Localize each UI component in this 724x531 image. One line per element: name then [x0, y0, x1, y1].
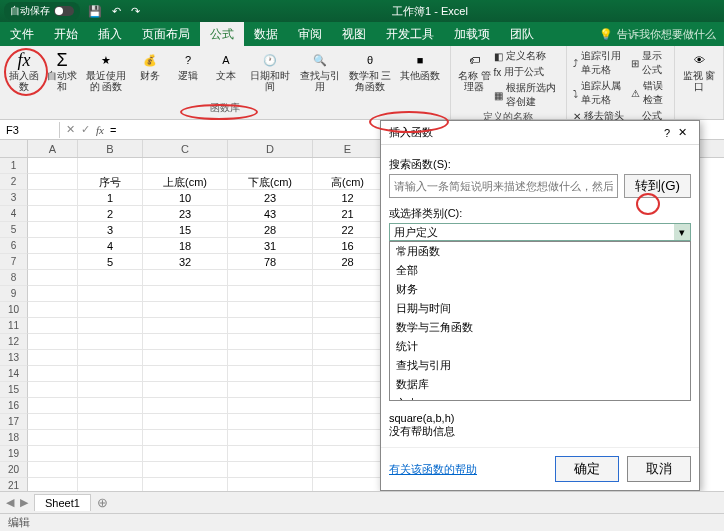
dropdown-option[interactable]: 文本 — [390, 394, 690, 401]
cell[interactable] — [313, 334, 383, 350]
col-header[interactable]: E — [313, 140, 383, 157]
cell[interactable] — [28, 222, 78, 238]
cell[interactable] — [78, 398, 143, 414]
ok-button[interactable]: 确定 — [555, 456, 619, 482]
chevron-down-icon[interactable]: ▾ — [674, 224, 690, 240]
cell[interactable] — [143, 398, 228, 414]
cell[interactable] — [78, 334, 143, 350]
help-link[interactable]: 有关该函数的帮助 — [389, 462, 477, 477]
tab-addins[interactable]: 加载项 — [444, 22, 500, 46]
cell[interactable] — [28, 350, 78, 366]
cell[interactable] — [28, 270, 78, 286]
row-header[interactable]: 11 — [0, 318, 28, 334]
logical-button[interactable]: ?逻辑 — [170, 48, 206, 94]
row-header[interactable]: 4 — [0, 206, 28, 222]
tab-view[interactable]: 视图 — [332, 22, 376, 46]
create-from-selection-button[interactable]: ▦根据所选内容创建 — [494, 80, 560, 110]
cell[interactable]: 28 — [228, 222, 313, 238]
cell[interactable] — [28, 414, 78, 430]
name-manager-button[interactable]: 🏷名称 管理器 — [457, 48, 492, 110]
dropdown-option[interactable]: 全部 — [390, 261, 690, 280]
cell[interactable] — [313, 302, 383, 318]
tab-data[interactable]: 数据 — [244, 22, 288, 46]
cell[interactable]: 12 — [313, 190, 383, 206]
dropdown-option[interactable]: 查找与引用 — [390, 356, 690, 375]
help-icon[interactable]: ? — [660, 127, 674, 139]
row-header[interactable]: 9 — [0, 286, 28, 302]
cell[interactable]: 3 — [78, 222, 143, 238]
name-box[interactable]: F3 — [0, 122, 60, 138]
sheet-nav-prev-icon[interactable]: ◀ — [6, 496, 14, 509]
cell[interactable]: 23 — [228, 190, 313, 206]
cell[interactable] — [143, 382, 228, 398]
cell[interactable] — [28, 238, 78, 254]
row-header[interactable]: 13 — [0, 350, 28, 366]
cell[interactable] — [78, 286, 143, 302]
show-formulas-button[interactable]: ⊞显示公式 — [631, 48, 668, 78]
undo-icon[interactable]: ↶ — [112, 5, 121, 18]
cell[interactable] — [313, 158, 383, 174]
dropdown-option[interactable]: 财务 — [390, 280, 690, 299]
cell[interactable]: 序号 — [78, 174, 143, 190]
cell[interactable] — [143, 302, 228, 318]
cell[interactable]: 78 — [228, 254, 313, 270]
cell[interactable] — [228, 382, 313, 398]
cell[interactable] — [28, 190, 78, 206]
tab-file[interactable]: 文件 — [0, 22, 44, 46]
cell[interactable] — [28, 206, 78, 222]
row-header[interactable]: 15 — [0, 382, 28, 398]
cell[interactable] — [228, 286, 313, 302]
tab-home[interactable]: 开始 — [44, 22, 88, 46]
cell[interactable] — [143, 414, 228, 430]
cancel-button[interactable]: 取消 — [627, 456, 691, 482]
autosum-button[interactable]: Σ自动求和 — [44, 48, 80, 94]
formula-bar[interactable]: = — [110, 124, 116, 136]
cell[interactable] — [313, 318, 383, 334]
cell[interactable] — [143, 350, 228, 366]
row-header[interactable]: 17 — [0, 414, 28, 430]
cell[interactable]: 16 — [313, 238, 383, 254]
cell[interactable] — [78, 446, 143, 462]
cancel-icon[interactable]: ✕ — [66, 123, 75, 136]
cell[interactable] — [143, 446, 228, 462]
tab-layout[interactable]: 页面布局 — [132, 22, 200, 46]
row-header[interactable]: 6 — [0, 238, 28, 254]
row-header[interactable]: 1 — [0, 158, 28, 174]
cell[interactable] — [78, 270, 143, 286]
cell[interactable] — [143, 286, 228, 302]
col-header[interactable]: A — [28, 140, 78, 157]
cell[interactable] — [228, 350, 313, 366]
cell[interactable] — [313, 286, 383, 302]
insert-function-button[interactable]: fx插入函数 — [6, 48, 42, 94]
row-header[interactable]: 18 — [0, 430, 28, 446]
row-header[interactable]: 3 — [0, 190, 28, 206]
cell[interactable] — [143, 158, 228, 174]
cell[interactable]: 5 — [78, 254, 143, 270]
cell[interactable]: 上底(cm) — [143, 174, 228, 190]
category-combo[interactable]: 用户定义 ▾ 常用函数全部财务日期与时间数学与三角函数统计查找与引用数据库文本逻… — [389, 223, 691, 241]
cell[interactable]: 43 — [228, 206, 313, 222]
cell[interactable] — [78, 350, 143, 366]
cell[interactable] — [313, 414, 383, 430]
cell[interactable] — [28, 446, 78, 462]
tab-team[interactable]: 团队 — [500, 22, 544, 46]
cell[interactable] — [78, 414, 143, 430]
redo-icon[interactable]: ↷ — [131, 5, 140, 18]
sheet-nav-next-icon[interactable]: ▶ — [20, 496, 28, 509]
cell[interactable] — [228, 430, 313, 446]
dropdown-option[interactable]: 数据库 — [390, 375, 690, 394]
row-header[interactable]: 12 — [0, 334, 28, 350]
cell[interactable]: 22 — [313, 222, 383, 238]
cell[interactable] — [28, 318, 78, 334]
dropdown-option[interactable]: 日期与时间 — [390, 299, 690, 318]
more-functions-button[interactable]: ■其他函数 — [396, 48, 444, 94]
cell[interactable]: 2 — [78, 206, 143, 222]
cell[interactable]: 32 — [143, 254, 228, 270]
cell[interactable] — [313, 430, 383, 446]
cell[interactable] — [78, 302, 143, 318]
add-sheet-icon[interactable]: ⊕ — [97, 495, 108, 510]
tab-formulas[interactable]: 公式 — [200, 22, 244, 46]
row-header[interactable]: 5 — [0, 222, 28, 238]
cell[interactable] — [28, 382, 78, 398]
cell[interactable] — [313, 366, 383, 382]
